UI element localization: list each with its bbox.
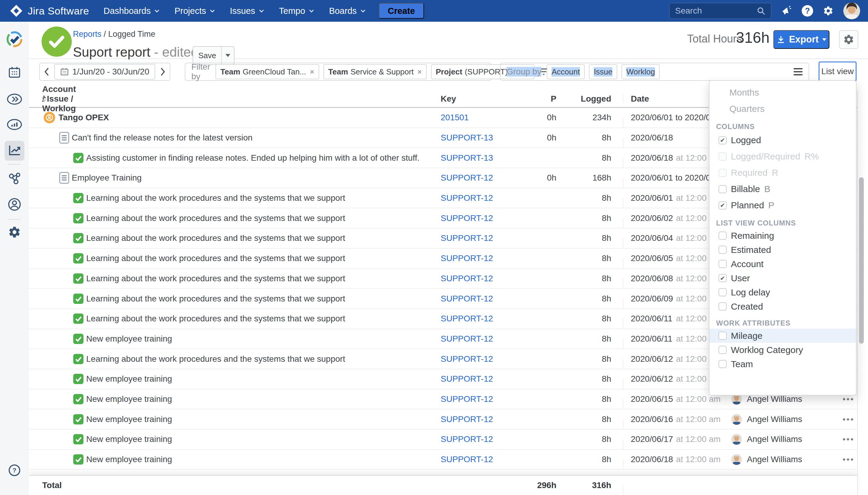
issue-key-link[interactable]: SUPPORT-12 xyxy=(441,214,493,223)
export-button[interactable]: Export xyxy=(774,30,829,49)
breadcrumb-reports-link[interactable]: Reports xyxy=(73,30,102,39)
remove-filter-icon[interactable]: × xyxy=(310,67,314,76)
filter-chip-team-service-support[interactable]: TeamService & Support× xyxy=(324,64,427,79)
sidebar-item-help[interactable]: ? xyxy=(8,464,21,477)
dropdown-option-months[interactable]: Months xyxy=(710,84,856,101)
nav-item-projects[interactable]: Projects xyxy=(174,6,215,16)
dropdown-item-worklog-category[interactable]: Worklog Category xyxy=(710,343,856,357)
column-header-date[interactable]: Date xyxy=(631,94,649,104)
issue-key-link[interactable]: SUPPORT-13 xyxy=(441,153,493,163)
issue-key-link[interactable]: SUPPORT-12 xyxy=(441,314,493,323)
issue-key-link[interactable]: SUPPORT-12 xyxy=(441,173,493,183)
user-avatar[interactable] xyxy=(843,2,860,19)
dropdown-item-required[interactable]: RequiredR xyxy=(710,165,856,181)
search-input[interactable]: Search xyxy=(669,3,771,19)
checkbox-log-delay[interactable] xyxy=(718,288,727,296)
issue-key-link[interactable]: 201501 xyxy=(441,113,469,122)
dropdown-item-remaining[interactable]: Remaining xyxy=(710,228,856,243)
row-actions-menu[interactable] xyxy=(843,394,854,404)
nav-item-dashboards[interactable]: Dashboards xyxy=(104,6,159,16)
settings-gear-icon[interactable] xyxy=(823,5,834,16)
issue-key-link[interactable]: SUPPORT-12 xyxy=(441,294,493,304)
sidebar-item-accounts[interactable] xyxy=(7,198,21,211)
view-options-icon[interactable] xyxy=(794,68,803,75)
sidebar-item-logged-time[interactable] xyxy=(7,143,22,157)
dropdown-item-logged[interactable]: Logged xyxy=(710,132,856,148)
checkbox-user[interactable] xyxy=(718,274,727,282)
dropdown-item-user[interactable]: User xyxy=(710,271,856,285)
dropdown-item-billable[interactable]: BillableB xyxy=(710,181,856,197)
row-actions-menu[interactable] xyxy=(843,414,854,424)
dropdown-item-account[interactable]: Account xyxy=(710,257,856,271)
sidebar-item-settings[interactable] xyxy=(8,225,21,239)
dropdown-item-logged-required[interactable]: Logged/RequiredR% xyxy=(710,148,856,165)
row-actions-menu[interactable] xyxy=(843,435,854,444)
save-options-caret[interactable] xyxy=(221,47,234,64)
report-settings-button[interactable] xyxy=(839,30,858,49)
row-actions-menu[interactable] xyxy=(843,455,854,464)
dropdown-item-log-delay[interactable]: Log delay xyxy=(710,285,856,300)
checkbox-created[interactable] xyxy=(718,302,727,310)
list-view-button[interactable]: List view xyxy=(819,62,856,81)
dropdown-item-planned[interactable]: PlannedP xyxy=(710,197,856,214)
issue-key-link[interactable]: SUPPORT-12 xyxy=(441,374,493,384)
column-header-planned[interactable]: P xyxy=(499,94,556,104)
sidebar-item-reports[interactable] xyxy=(7,118,22,131)
dropdown-option-quarters[interactable]: Quarters xyxy=(710,101,856,117)
period-options: MonthsQuarters xyxy=(710,84,856,117)
help-icon[interactable]: ? xyxy=(802,5,813,17)
issue-key-link[interactable]: SUPPORT-12 xyxy=(441,354,493,364)
checkbox-account[interactable] xyxy=(718,260,727,268)
issue-key-link[interactable]: SUPPORT-12 xyxy=(441,455,493,464)
issue-key-link[interactable]: SUPPORT-12 xyxy=(441,193,493,203)
date-range-button[interactable]: 1/Jun/20 - 30/Jun/20 xyxy=(54,64,155,80)
group-chip-issue[interactable]: Issue xyxy=(589,64,617,79)
dropdown-item-team[interactable]: Team xyxy=(710,357,856,371)
issue-key-link[interactable]: SUPPORT-12 xyxy=(441,274,493,284)
checkbox-planned[interactable] xyxy=(718,201,727,209)
checkbox-team[interactable] xyxy=(718,360,727,368)
checkbox-mileage[interactable] xyxy=(718,331,727,340)
sidebar-item-calendar[interactable] xyxy=(8,66,21,79)
nav-item-boards[interactable]: Boards xyxy=(329,6,366,16)
worklog-check-icon xyxy=(73,394,84,405)
issue-key-link[interactable]: SUPPORT-12 xyxy=(441,334,493,344)
checkbox-estimated[interactable] xyxy=(718,246,727,254)
checkbox-billable[interactable] xyxy=(718,185,727,193)
row-date: 2020/06/18 xyxy=(631,455,673,464)
next-period-button[interactable] xyxy=(156,63,170,80)
checkbox-required[interactable] xyxy=(718,169,727,177)
dropdown-item-created[interactable]: Created xyxy=(710,300,856,313)
filter-chip-team-greencloud-tan[interactable]: TeamGreenCloud Tan...× xyxy=(215,64,319,79)
remove-filter-icon[interactable]: × xyxy=(417,67,422,76)
group-chip-account[interactable]: Account xyxy=(547,64,585,79)
issue-key-link[interactable]: SUPPORT-12 xyxy=(441,394,493,404)
issue-key-link[interactable]: SUPPORT-12 xyxy=(441,434,493,444)
vertical-scrollbar[interactable] xyxy=(859,177,864,344)
issue-key-link[interactable]: SUPPORT-12 xyxy=(441,233,493,243)
checkbox-remaining[interactable] xyxy=(718,232,727,240)
sidebar-item-tempo-logo[interactable] xyxy=(6,31,23,48)
group-chip-worklog[interactable]: Worklog xyxy=(622,64,660,79)
sidebar-item-teams[interactable] xyxy=(7,172,21,185)
nav-item-tempo[interactable]: Tempo xyxy=(279,6,314,16)
issue-key-link[interactable]: SUPPORT-13 xyxy=(441,133,493,142)
dropdown-item-mileage[interactable]: Mileage xyxy=(710,329,856,343)
issue-key-link[interactable]: SUPPORT-12 xyxy=(441,414,493,424)
jira-brand[interactable]: Jira Software xyxy=(10,4,89,17)
checkbox-logged-required[interactable] xyxy=(718,153,727,161)
create-button[interactable]: Create xyxy=(379,3,424,19)
issue-key-link[interactable]: SUPPORT-12 xyxy=(441,254,493,263)
nav-item-issues[interactable]: Issues xyxy=(230,6,264,16)
column-header-key[interactable]: Key xyxy=(441,94,456,104)
column-divider xyxy=(623,238,623,248)
sidebar-item-approvals[interactable] xyxy=(7,93,22,105)
dropdown-item-estimated[interactable]: Estimated xyxy=(710,243,856,257)
prev-period-button[interactable] xyxy=(40,63,54,80)
announcements-icon[interactable] xyxy=(781,5,792,16)
checkbox-worklog-category[interactable] xyxy=(718,346,727,354)
edited-indicator: - edited xyxy=(154,45,198,59)
column-header-logged[interactable]: Logged xyxy=(559,94,611,104)
checkbox-logged[interactable] xyxy=(718,136,727,144)
row-user: Angel Williams xyxy=(747,455,802,464)
